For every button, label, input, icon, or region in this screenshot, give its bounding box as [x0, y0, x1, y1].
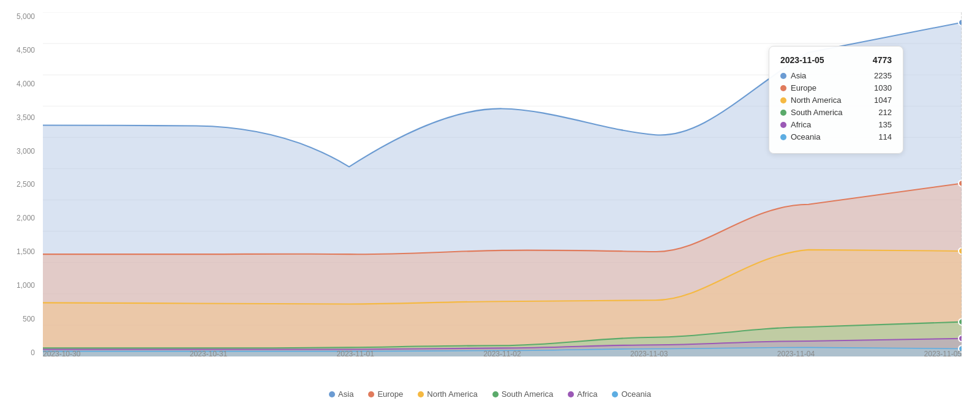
- y-label: 3,500: [17, 113, 35, 122]
- asia-label: Asia: [791, 71, 806, 80]
- south-america-value: 212: [878, 108, 892, 117]
- y-label: 0: [31, 348, 35, 357]
- x-axis: 2023-10-30 2023-10-31 2023-11-01 2023-11…: [43, 350, 962, 358]
- y-axis: 5,000 4,500 4,000 3,500 3,000 2,500 2,00…: [0, 12, 40, 357]
- legend-label-oceania: Oceania: [621, 389, 650, 399]
- svg-point-15: [959, 336, 962, 342]
- europe-dot: [780, 85, 786, 91]
- tooltip-header: 2023-11-05 4773: [780, 55, 892, 65]
- legend-dot-asia: [329, 391, 335, 397]
- y-label: 5,000: [17, 12, 35, 21]
- y-label: 2,500: [17, 180, 35, 189]
- svg-point-17: [959, 19, 962, 25]
- x-label-1: 2023-10-31: [190, 350, 227, 358]
- y-label: 4,000: [17, 80, 35, 88]
- y-label: 1,000: [17, 281, 35, 290]
- legend-item-africa: Africa: [568, 389, 597, 399]
- svg-point-13: [959, 248, 962, 254]
- asia-dot: [780, 73, 786, 79]
- x-label-3: 2023-11-02: [483, 350, 521, 358]
- legend-item-south-america: South America: [492, 389, 554, 399]
- north-america-value: 1047: [874, 96, 892, 105]
- legend-dot-south-america: [492, 391, 499, 397]
- tooltip: 2023-11-05 4773 Asia 2235 Europe 1030: [769, 46, 903, 154]
- y-label: 2,000: [17, 214, 35, 222]
- x-label-0: 2023-10-30: [43, 350, 80, 358]
- legend-dot-europe: [368, 391, 374, 397]
- legend-label-south-america: South America: [502, 389, 554, 399]
- y-label: 3,000: [17, 147, 35, 156]
- europe-value: 1030: [874, 83, 892, 92]
- south-america-label: South America: [791, 108, 843, 117]
- tooltip-row-asia: Asia 2235: [780, 71, 892, 80]
- tooltip-total: 4773: [873, 55, 892, 65]
- africa-value: 135: [878, 120, 892, 129]
- x-label-2: 2023-11-01: [337, 350, 374, 358]
- africa-label: Africa: [791, 120, 811, 129]
- legend-dot-oceania: [612, 391, 618, 397]
- legend-label-africa: Africa: [577, 389, 597, 399]
- legend-label-europe: Europe: [377, 389, 403, 399]
- tooltip-row-south-america: South America 212: [780, 108, 892, 117]
- oceania-dot: [780, 134, 786, 140]
- svg-point-14: [959, 318, 962, 325]
- europe-label: Europe: [791, 83, 816, 92]
- asia-value: 2235: [874, 71, 892, 80]
- y-label: 500: [23, 315, 35, 323]
- legend-label-north-america: North America: [427, 389, 477, 399]
- tooltip-row-europe: Europe 1030: [780, 83, 892, 92]
- south-america-dot: [780, 110, 786, 116]
- legend-label-asia: Asia: [338, 389, 353, 399]
- chart-container: 5,000 4,500 4,000 3,500 3,000 2,500 2,00…: [0, 0, 980, 406]
- north-america-label: North America: [791, 96, 841, 105]
- tooltip-row-oceania: Oceania 114: [780, 132, 892, 141]
- chart-legend: Asia Europe North America South America …: [0, 389, 980, 399]
- africa-dot: [780, 122, 786, 128]
- north-america-dot: [780, 97, 786, 103]
- tooltip-row-africa: Africa 135: [780, 120, 892, 129]
- legend-dot-africa: [568, 391, 574, 397]
- x-label-4: 2023-11-03: [630, 350, 668, 358]
- x-label-5: 2023-11-04: [777, 350, 815, 358]
- y-label: 1,500: [17, 247, 35, 256]
- legend-item-north-america: North America: [418, 389, 477, 399]
- legend-item-oceania: Oceania: [612, 389, 650, 399]
- legend-item-asia: Asia: [329, 389, 353, 399]
- tooltip-date: 2023-11-05: [780, 55, 824, 65]
- oceania-label: Oceania: [791, 132, 820, 141]
- x-label-6: 2023-11-05: [924, 350, 962, 358]
- legend-item-europe: Europe: [368, 389, 403, 399]
- y-label: 4,500: [17, 46, 35, 55]
- tooltip-row-north-america: North America 1047: [780, 96, 892, 105]
- chart-svg-area: 2023-11-05 4773 Asia 2235 Europe 1030: [43, 12, 962, 357]
- svg-point-12: [959, 180, 962, 186]
- legend-dot-north-america: [418, 391, 424, 397]
- oceania-value: 114: [878, 132, 892, 141]
